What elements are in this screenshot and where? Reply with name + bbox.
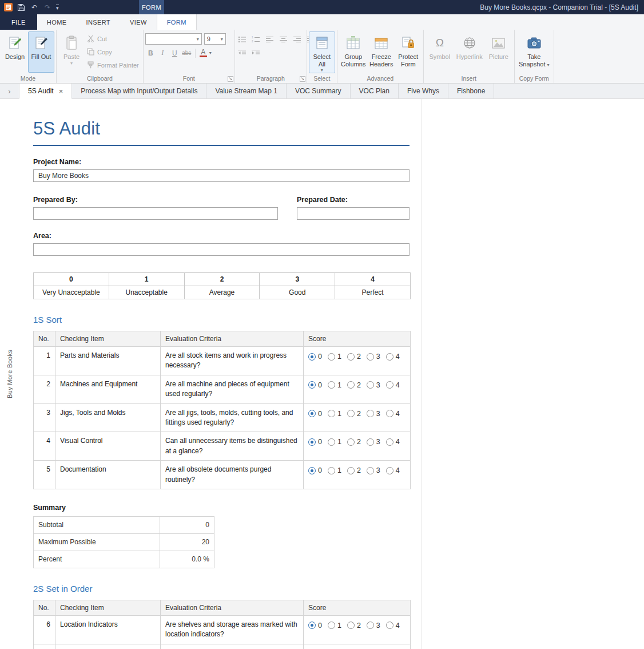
group-columns-button-label: Group Columns — [340, 53, 367, 68]
font-color-button[interactable]: A — [198, 48, 208, 58]
score-radio-0[interactable]: 0 — [308, 620, 322, 631]
radio-icon[interactable] — [308, 622, 316, 629]
radio-icon[interactable] — [347, 410, 355, 417]
score-radio-0[interactable]: 0 — [308, 437, 322, 447]
customize-qat-icon[interactable]: ▾ — [56, 5, 59, 10]
radio-icon[interactable] — [386, 353, 393, 361]
radio-icon[interactable] — [308, 353, 316, 361]
prepared-date-input[interactable] — [297, 207, 410, 220]
score-radio-4[interactable]: 4 — [386, 351, 400, 362]
score-radio-2[interactable]: 2 — [347, 380, 361, 390]
area-input[interactable] — [33, 243, 410, 256]
radio-icon[interactable] — [328, 622, 335, 629]
score-radio-0[interactable]: 0 — [308, 351, 322, 362]
score-radio-2[interactable]: 2 — [347, 351, 361, 362]
radio-icon[interactable] — [386, 410, 393, 417]
radio-icon[interactable] — [328, 467, 335, 474]
navigator-expand-chevron-icon[interactable]: › — [0, 84, 19, 98]
score-radio-2[interactable]: 2 — [347, 620, 361, 631]
radio-icon[interactable] — [347, 622, 355, 629]
radio-icon[interactable] — [367, 622, 374, 629]
doc-tab-5s-audit[interactable]: 5S Audit × — [19, 84, 72, 99]
score-radio-3[interactable]: 3 — [367, 351, 380, 362]
close-tab-icon[interactable]: × — [59, 87, 63, 96]
radio-icon[interactable] — [308, 381, 316, 389]
score-radio-0[interactable]: 0 — [308, 465, 322, 476]
radio-option-label: 0 — [318, 409, 322, 419]
score-radio-4[interactable]: 4 — [386, 437, 400, 447]
font-size-combobox[interactable]: 9 ▾ — [204, 33, 226, 45]
score-radio-3[interactable]: 3 — [367, 409, 380, 419]
prepared-by-input[interactable] — [33, 207, 278, 220]
score-radio-2[interactable]: 2 — [347, 409, 361, 419]
score-radio-2[interactable]: 2 — [347, 465, 361, 476]
radio-icon[interactable] — [386, 622, 393, 629]
font-dialog-launcher-icon[interactable]: ↘ — [228, 76, 233, 82]
undo-icon[interactable]: ↶ — [30, 3, 39, 12]
font-color-caret-icon[interactable]: ▾ — [209, 50, 212, 56]
doc-tab-voc-summary[interactable]: VOC Summary — [287, 84, 351, 98]
tab-home[interactable]: HOME — [37, 14, 77, 30]
doc-tab-value-stream-map[interactable]: Value Stream Map 1 — [206, 84, 287, 98]
save-icon[interactable] — [17, 3, 26, 12]
radio-icon[interactable] — [308, 410, 316, 417]
freeze-headers-button[interactable]: Freeze Headers — [368, 31, 395, 73]
radio-icon[interactable] — [308, 438, 316, 446]
radio-icon[interactable] — [347, 467, 355, 474]
score-radio-1[interactable]: 1 — [328, 465, 341, 476]
radio-icon[interactable] — [367, 467, 374, 474]
score-radio-3[interactable]: 3 — [367, 380, 380, 390]
score-radio-2[interactable]: 2 — [347, 437, 361, 447]
doc-tab-voc-plan[interactable]: VOC Plan — [351, 84, 399, 98]
radio-icon[interactable] — [308, 467, 316, 474]
doc-tab-fishbone[interactable]: Fishbone — [448, 84, 494, 98]
tab-view[interactable]: VIEW — [120, 14, 157, 30]
radio-icon[interactable] — [347, 438, 355, 446]
take-snapshot-button[interactable]: Take Snapshot ▾ — [516, 31, 552, 73]
radio-icon[interactable] — [328, 353, 335, 361]
radio-icon[interactable] — [328, 410, 335, 417]
radio-icon[interactable] — [328, 438, 335, 446]
take-snapshot-caret-icon: ▾ — [547, 62, 550, 68]
radio-icon[interactable] — [386, 438, 393, 446]
select-all-button[interactable]: Select All ▾ — [309, 31, 335, 73]
score-radio-3[interactable]: 3 — [367, 465, 380, 476]
score-radio-0[interactable]: 0 — [308, 380, 322, 390]
radio-icon[interactable] — [367, 381, 374, 389]
tab-insert[interactable]: INSERT — [76, 14, 120, 30]
tab-file[interactable]: FILE — [0, 14, 37, 30]
score-radio-1[interactable]: 1 — [328, 620, 341, 631]
doc-tab-process-map[interactable]: Process Map with Input/Output Details — [72, 84, 206, 98]
radio-icon[interactable] — [367, 353, 374, 361]
score-radio-4[interactable]: 4 — [386, 465, 400, 476]
project-name-input[interactable] — [33, 169, 410, 182]
radio-icon[interactable] — [367, 438, 374, 446]
app-icon[interactable] — [3, 3, 13, 12]
score-radio-1[interactable]: 1 — [328, 409, 341, 419]
radio-icon[interactable] — [347, 353, 355, 361]
radio-icon[interactable] — [328, 381, 335, 389]
protect-form-button[interactable]: Protect Form — [395, 31, 422, 73]
paragraph-dialog-launcher-icon[interactable]: ↘ — [300, 76, 305, 82]
fill-out-button[interactable]: Fill Out — [28, 31, 54, 73]
score-radio-4[interactable]: 4 — [386, 620, 400, 631]
divider — [195, 49, 196, 58]
tab-form[interactable]: FORM — [157, 14, 197, 30]
group-columns-button[interactable]: Group Columns — [339, 31, 368, 73]
score-radio-3[interactable]: 3 — [367, 437, 380, 447]
radio-icon[interactable] — [386, 467, 393, 474]
score-radio-1[interactable]: 1 — [328, 351, 341, 362]
doc-tab-five-whys[interactable]: Five Whys — [399, 84, 448, 98]
design-button[interactable]: Design — [2, 31, 28, 73]
radio-icon[interactable] — [347, 381, 355, 389]
score-radio-1[interactable]: 1 — [328, 380, 341, 390]
score-radio-1[interactable]: 1 — [328, 437, 341, 447]
radio-icon[interactable] — [367, 410, 374, 417]
score-radio-3[interactable]: 3 — [367, 620, 380, 631]
font-name-combobox[interactable]: ▾ — [145, 33, 202, 45]
radio-icon[interactable] — [386, 381, 393, 389]
score-radio-4[interactable]: 4 — [386, 409, 400, 419]
score-radio-4[interactable]: 4 — [386, 380, 400, 390]
project-rail-label[interactable]: Buy More Books — [6, 350, 13, 398]
score-radio-0[interactable]: 0 — [308, 409, 322, 419]
